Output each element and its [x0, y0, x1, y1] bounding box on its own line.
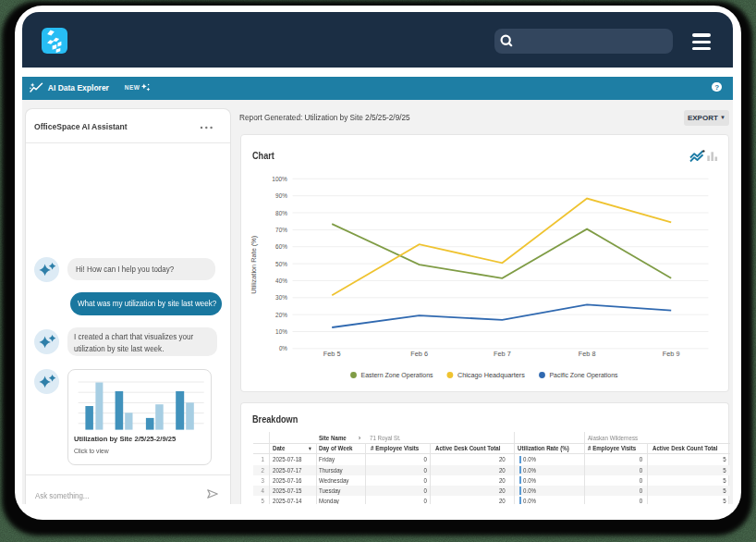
svg-text:Eastern Zone Operations: Eastern Zone Operations	[360, 371, 433, 379]
svg-text:Feb 7: Feb 7	[494, 350, 511, 358]
svg-text:100%: 100%	[272, 174, 287, 182]
svg-text:Feb 9: Feb 9	[662, 350, 679, 358]
svg-text:Feb 5: Feb 5	[323, 350, 340, 358]
svg-text:90%: 90%	[275, 191, 287, 200]
svg-text:Pacific Zone Operations: Pacific Zone Operations	[549, 371, 617, 379]
svg-text:70%: 70%	[275, 226, 287, 234]
svg-text:60%: 60%	[275, 242, 287, 251]
svg-text:Chicago Headquarters: Chicago Headquarters	[457, 371, 524, 379]
svg-text:20%: 20%	[275, 310, 287, 318]
svg-text:Feb 6: Feb 6	[410, 350, 428, 358]
svg-text:50%: 50%	[275, 259, 287, 267]
svg-text:Feb 8: Feb 8	[578, 350, 595, 358]
svg-text:30%: 30%	[275, 293, 287, 302]
svg-text:0%: 0%	[278, 344, 287, 352]
svg-text:Utilization Rate (%): Utilization Rate (%)	[250, 235, 257, 293]
svg-text:80%: 80%	[275, 208, 287, 216]
svg-text:10%: 10%	[275, 327, 287, 336]
svg-text:40%: 40%	[275, 277, 287, 285]
